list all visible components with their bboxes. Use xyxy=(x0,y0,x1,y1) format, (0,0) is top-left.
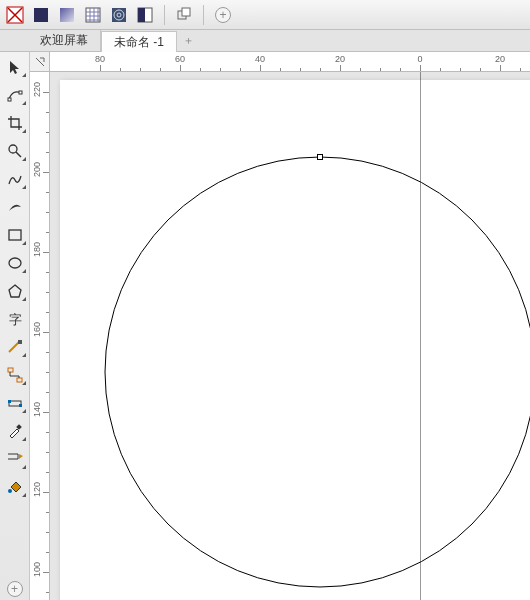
text-tool[interactable]: 字 xyxy=(3,308,27,330)
crop-tool[interactable] xyxy=(3,112,27,134)
ellipse-shape[interactable] xyxy=(50,72,530,600)
toolbox-add[interactable]: + xyxy=(3,578,27,600)
svg-point-29 xyxy=(8,489,12,493)
svg-rect-23 xyxy=(8,368,13,372)
pattern-fill-icon[interactable] xyxy=(82,4,104,26)
canvas-area[interactable]: 80604020020 220200180160140120100 xyxy=(30,52,530,600)
svg-text:字: 字 xyxy=(9,312,22,327)
fill-tool[interactable] xyxy=(3,476,27,498)
svg-rect-13 xyxy=(8,98,11,101)
no-fill-icon[interactable] xyxy=(4,4,26,26)
tab-add[interactable]: ＋ xyxy=(177,30,199,51)
ellipse-tool[interactable] xyxy=(3,252,27,274)
toolbox: 字 + xyxy=(0,52,30,600)
zoom-tool[interactable] xyxy=(3,140,27,162)
fountain-fill-icon[interactable] xyxy=(56,4,78,26)
svg-rect-4 xyxy=(60,8,74,22)
svg-point-18 xyxy=(9,258,21,268)
svg-rect-14 xyxy=(19,91,22,94)
tab-label: 欢迎屏幕 xyxy=(40,32,88,49)
svg-rect-17 xyxy=(9,230,21,240)
copy-fill-icon[interactable] xyxy=(173,4,195,26)
ruler-horizontal[interactable]: 80604020020 xyxy=(50,52,530,72)
document-tabbar: 欢迎屏幕 未命名 -1 ＋ xyxy=(0,30,530,52)
separator xyxy=(203,5,204,25)
svg-point-30 xyxy=(105,157,530,587)
tab-untitled[interactable]: 未命名 -1 xyxy=(101,31,177,52)
interactive-tool[interactable] xyxy=(3,392,27,414)
two-color-fill-icon[interactable] xyxy=(134,4,156,26)
polygon-tool[interactable] xyxy=(3,280,27,302)
svg-rect-27 xyxy=(19,404,22,407)
connector-tool[interactable] xyxy=(3,364,27,386)
shape-tool[interactable] xyxy=(3,84,27,106)
freehand-tool[interactable] xyxy=(3,168,27,190)
tab-welcome[interactable]: 欢迎屏幕 xyxy=(28,30,101,51)
ruler-vertical[interactable]: 220200180160140120100 xyxy=(30,72,50,600)
svg-rect-31 xyxy=(318,155,323,160)
workspace: 字 + 80604020020 220200180160140120100 xyxy=(0,52,530,600)
svg-rect-12 xyxy=(182,8,190,16)
separator xyxy=(164,5,165,25)
svg-rect-3 xyxy=(34,8,48,22)
svg-line-16 xyxy=(16,152,21,157)
ruler-origin[interactable] xyxy=(30,52,50,72)
tab-label: 未命名 -1 xyxy=(114,34,164,51)
fill-toolbar: + xyxy=(0,0,530,30)
solid-fill-icon[interactable] xyxy=(30,4,52,26)
svg-point-15 xyxy=(9,145,17,153)
dimension-tool[interactable] xyxy=(3,336,27,358)
texture-fill-icon[interactable] xyxy=(108,4,130,26)
rectangle-tool[interactable] xyxy=(3,224,27,246)
svg-marker-19 xyxy=(9,285,21,297)
artistic-media-tool[interactable] xyxy=(3,196,27,218)
dropper-tool[interactable] xyxy=(3,420,27,442)
outline-tool[interactable] xyxy=(3,448,27,470)
svg-rect-22 xyxy=(18,340,22,344)
pick-tool[interactable] xyxy=(3,56,27,78)
add-preset-icon[interactable]: + xyxy=(212,4,234,26)
svg-rect-26 xyxy=(8,400,11,403)
svg-rect-10 xyxy=(138,8,145,22)
